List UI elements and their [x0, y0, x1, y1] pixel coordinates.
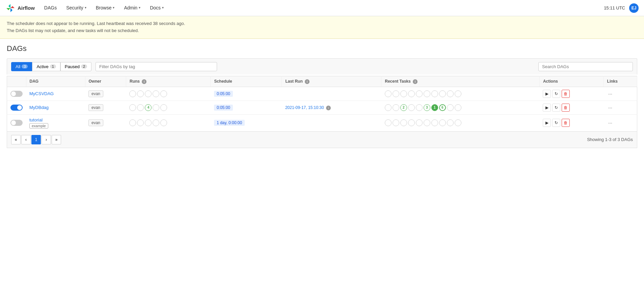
delete-dag-button-1[interactable]: 🗑 — [562, 90, 570, 98]
col-owner: Owner — [85, 76, 126, 87]
owner-cell-2: evan — [85, 101, 126, 114]
task-circle — [385, 119, 392, 126]
owner-badge-2: evan — [88, 104, 103, 111]
links-cell-2: ··· — [603, 101, 637, 114]
dag-link-mycsvdag[interactable]: MyCSVDAG — [29, 91, 54, 96]
refresh-dag-button-1[interactable]: ↻ — [552, 90, 560, 98]
delete-dag-button-3[interactable]: 🗑 — [562, 119, 570, 127]
runs-info-icon[interactable]: i — [142, 79, 146, 84]
delete-dag-button-2[interactable]: 🗑 — [562, 104, 570, 112]
pagination-page1[interactable]: 1 — [31, 135, 41, 144]
user-avatar[interactable]: EJ — [629, 3, 639, 13]
dag-tag-example[interactable]: example — [29, 123, 48, 129]
pagination: « ‹ 1 › » — [11, 135, 61, 144]
col-dag: DAG — [26, 76, 85, 87]
task-circles-3 — [385, 119, 536, 126]
logo[interactable]: Airflow — [5, 3, 35, 13]
task-circle — [416, 104, 423, 111]
last-run-time-2: 2021-09-17, 15:10:30 — [285, 105, 324, 110]
run-circle — [160, 104, 167, 111]
run-circle — [137, 90, 144, 97]
main-content: DAGs All 3 Active 1 Paused 2 DAG — [0, 39, 644, 154]
task-circle — [455, 90, 461, 97]
task-circle — [385, 90, 392, 97]
recent-tasks-cell-3 — [381, 114, 540, 131]
filter-paused-button[interactable]: Paused 2 — [60, 62, 91, 71]
task-circle-queued: 3 — [424, 104, 430, 111]
schedule-badge-1: 0:05:00 — [214, 91, 233, 97]
run-circle — [153, 90, 159, 97]
last-run-info-2[interactable]: i — [326, 106, 331, 110]
col-actions: Actions — [539, 76, 603, 87]
task-circle — [393, 90, 399, 97]
task-circle — [400, 90, 407, 97]
owner-cell-1: evan — [85, 87, 126, 101]
brand-name: Airflow — [18, 5, 35, 11]
action-buttons-2: ▶ ↻ 🗑 — [543, 104, 600, 112]
task-circle — [408, 104, 415, 111]
airflow-logo-icon — [5, 3, 16, 13]
admin-chevron-icon: ▾ — [139, 6, 140, 9]
dag-table: DAG Owner Runs i Schedule Last Run i Rec… — [7, 76, 637, 132]
warning-line1: The scheduler does not appear to be runn… — [7, 20, 637, 27]
task-circle — [447, 104, 454, 111]
last-run-cell-3 — [282, 114, 381, 131]
run-circle — [145, 119, 152, 126]
run-circle-success: 4 — [145, 104, 152, 111]
trigger-dag-button-2[interactable]: ▶ — [543, 104, 551, 112]
recent-tasks-cell-2: 2 3 1 6 — [381, 101, 540, 114]
warning-banner: The scheduler does not appear to be runn… — [0, 16, 644, 39]
nav-browse[interactable]: Browse ▾ — [92, 0, 119, 16]
dag-toggle-mycsvdag[interactable] — [10, 91, 23, 97]
page-title: DAGs — [7, 44, 637, 53]
nav-admin[interactable]: Admin ▾ — [120, 0, 144, 16]
nav-docs[interactable]: Docs ▾ — [146, 0, 168, 16]
action-buttons-3: ▶ ↻ 🗑 — [543, 119, 600, 127]
dag-link-mydbdag[interactable]: MyDBdag — [29, 105, 49, 110]
runs-cell-3 — [126, 114, 210, 131]
table-row: MyCSVDAG evan 0:05:00 — [7, 87, 637, 101]
run-circle — [137, 119, 144, 126]
browse-chevron-icon: ▾ — [113, 6, 114, 9]
trigger-dag-button-3[interactable]: ▶ — [543, 119, 551, 127]
filter-active-button[interactable]: Active 1 — [32, 62, 60, 71]
schedule-cell-3: 1 day, 0:00:00 — [211, 114, 282, 131]
task-circle — [385, 104, 392, 111]
navbar: Airflow DAGs Security ▾ Browse ▾ Admin ▾… — [0, 0, 644, 16]
col-links: Links — [603, 76, 637, 87]
refresh-dag-button-3[interactable]: ↻ — [552, 119, 560, 127]
docs-chevron-icon: ▾ — [162, 6, 164, 9]
task-circle — [393, 119, 399, 126]
trigger-dag-button-1[interactable]: ▶ — [543, 90, 551, 98]
pagination-last[interactable]: » — [52, 135, 61, 144]
run-circle — [129, 104, 136, 111]
pagination-first[interactable]: « — [11, 135, 21, 144]
pagination-next[interactable]: › — [42, 135, 51, 144]
svg-marker-2 — [10, 8, 12, 12]
task-circle — [400, 119, 407, 126]
schedule-badge-3: 1 day, 0:00:00 — [214, 120, 245, 126]
runs-cell-2: 4 — [126, 101, 210, 114]
nav-dags[interactable]: DAGs — [40, 0, 61, 16]
refresh-dag-button-2[interactable]: ↻ — [552, 104, 560, 112]
filter-all-button[interactable]: All 3 — [11, 62, 32, 71]
toggle-cell-1 — [7, 87, 26, 101]
more-links-button-3[interactable]: ··· — [607, 120, 614, 126]
pagination-prev[interactable]: ‹ — [21, 135, 31, 144]
dag-toggle-mydbdag[interactable] — [10, 105, 23, 111]
col-last-run: Last Run i — [282, 76, 381, 87]
search-input[interactable] — [538, 62, 633, 71]
warning-line2: The DAGs list may not update, and new ta… — [7, 27, 637, 34]
nav-security[interactable]: Security ▾ — [62, 0, 90, 16]
dag-link-tutorial[interactable]: tutorial — [29, 117, 43, 122]
dag-toggle-tutorial[interactable] — [10, 120, 23, 126]
task-circle-running2: 6 — [439, 104, 446, 111]
filter-bar: All 3 Active 1 Paused 2 — [7, 58, 637, 75]
tag-filter-input[interactable] — [96, 62, 217, 71]
last-run-info-icon[interactable]: i — [305, 79, 310, 84]
recent-tasks-info-icon[interactable]: i — [413, 79, 418, 84]
task-circle — [408, 119, 415, 126]
task-circle — [455, 104, 461, 111]
more-links-button-2[interactable]: ··· — [607, 105, 614, 110]
more-links-button-1[interactable]: ··· — [607, 91, 614, 96]
